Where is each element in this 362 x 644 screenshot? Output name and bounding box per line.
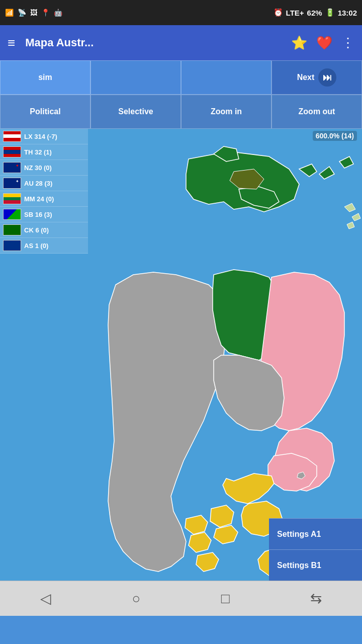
- flag-sb: [3, 209, 21, 220]
- wifi-icon: 📶: [5, 9, 14, 17]
- bottom-nav: ◁ ○ □ ⇆: [0, 581, 362, 616]
- legend-item-ck: CK 6 (0): [0, 222, 88, 238]
- legend-item-nz: NZ 30 (0): [0, 160, 88, 176]
- flag-nz: [3, 162, 21, 173]
- flag-lx: [3, 131, 21, 142]
- empty-cell-2: [181, 60, 272, 95]
- legend-text-as: AS 1 (0): [24, 242, 48, 250]
- toolbar: ≡ Mapa Austr... ⭐ ❤️ ⋮: [0, 25, 362, 60]
- settings-a1-label: Settings A1: [277, 530, 321, 539]
- flag-au: [3, 178, 21, 189]
- map-svg[interactable]: [88, 129, 362, 581]
- location-icon: 📍: [41, 9, 50, 17]
- next-icon: ⏭: [318, 68, 336, 87]
- legend-item-sb: SB 16 (3): [0, 207, 88, 222]
- alarm-icon: ⏰: [274, 8, 283, 17]
- legend-text-ck: CK 6 (0): [24, 226, 49, 234]
- flag-ck: [3, 224, 21, 235]
- app-title: Mapa Austr...: [25, 36, 291, 49]
- flag-mm: [3, 193, 21, 204]
- status-left-icons: 📶 📡 🖼 📍 🤖: [5, 9, 62, 17]
- legend-text-nz: NZ 30 (0): [24, 164, 52, 172]
- android-icon: 🤖: [54, 9, 62, 17]
- home-button[interactable]: ○: [132, 591, 140, 607]
- zoomin-label: Zoom in: [211, 107, 242, 116]
- battery-icon: 🔋: [325, 8, 335, 17]
- sim-label: sim: [38, 73, 52, 82]
- toolbar-actions: ⭐ ❤️ ⋮: [291, 35, 354, 51]
- main-map-area: LX 314 (-7) TH 32 (1) NZ 30 (0) AU 28 (3…: [0, 129, 362, 581]
- next-label: Next: [297, 73, 315, 82]
- clock: 13:02: [338, 9, 357, 17]
- political-label: Political: [30, 107, 60, 116]
- map-svg-container[interactable]: [88, 129, 362, 581]
- sim-button[interactable]: sim: [0, 60, 90, 95]
- lte-badge: LTE+: [286, 9, 304, 17]
- empty-cell-1: [90, 60, 181, 95]
- recents-button[interactable]: □: [221, 591, 230, 607]
- action-row: sim Next ⏭: [0, 60, 362, 95]
- legend-item-au: AU 28 (3): [0, 176, 88, 191]
- political-button[interactable]: Political: [0, 95, 90, 129]
- legend-sidebar: LX 314 (-7) TH 32 (1) NZ 30 (0) AU 28 (3…: [0, 129, 88, 254]
- heart-button[interactable]: ❤️: [316, 35, 332, 51]
- flag-th: [3, 146, 21, 157]
- legend-text-lx: LX 314 (-7): [24, 133, 57, 140]
- next-button[interactable]: Next ⏭: [272, 60, 362, 95]
- legend-item-th: TH 32 (1): [0, 144, 88, 160]
- settings-a1-button[interactable]: Settings A1: [269, 518, 362, 549]
- legend-text-th: TH 32 (1): [24, 148, 52, 156]
- selective-button[interactable]: Selective: [90, 95, 181, 129]
- legend-item-lx: LX 314 (-7): [0, 129, 88, 144]
- zoom-indicator: 600.0% (14): [313, 131, 357, 141]
- settings-b1-button[interactable]: Settings B1: [269, 549, 362, 581]
- legend-item-mm: MM 24 (0): [0, 191, 88, 207]
- zoomout-button[interactable]: Zoom out: [272, 95, 362, 129]
- legend-text-au: AU 28 (3): [24, 180, 52, 187]
- signal-icon: 📡: [18, 9, 26, 17]
- status-bar: 📶 📡 🖼 📍 🤖 ⏰ LTE+ 62% 🔋 13:02: [0, 0, 362, 25]
- gallery-icon: 🖼: [30, 9, 37, 17]
- legend-item-as: AS 1 (0): [0, 238, 88, 254]
- legend-text-sb: SB 16 (3): [24, 211, 52, 218]
- mode-row: Political Selective Zoom in Zoom out: [0, 95, 362, 129]
- flag-as: [3, 240, 21, 251]
- settings-b1-label: Settings B1: [277, 561, 321, 570]
- settings-buttons: Settings A1 Settings B1: [269, 518, 362, 581]
- battery-level: 62%: [307, 9, 322, 17]
- zoomout-label: Zoom out: [299, 107, 335, 116]
- next-arrow: ⏭: [323, 72, 332, 83]
- star-button[interactable]: ⭐: [291, 35, 307, 51]
- selective-label: Selective: [118, 107, 153, 116]
- share-button[interactable]: ⇆: [310, 590, 322, 607]
- back-button[interactable]: ◁: [40, 590, 51, 607]
- more-button[interactable]: ⋮: [341, 35, 354, 51]
- zoomin-button[interactable]: Zoom in: [181, 95, 272, 129]
- legend-text-mm: MM 24 (0): [24, 195, 54, 203]
- status-right-info: ⏰ LTE+ 62% 🔋 13:02: [274, 8, 357, 17]
- menu-button[interactable]: ≡: [8, 35, 15, 51]
